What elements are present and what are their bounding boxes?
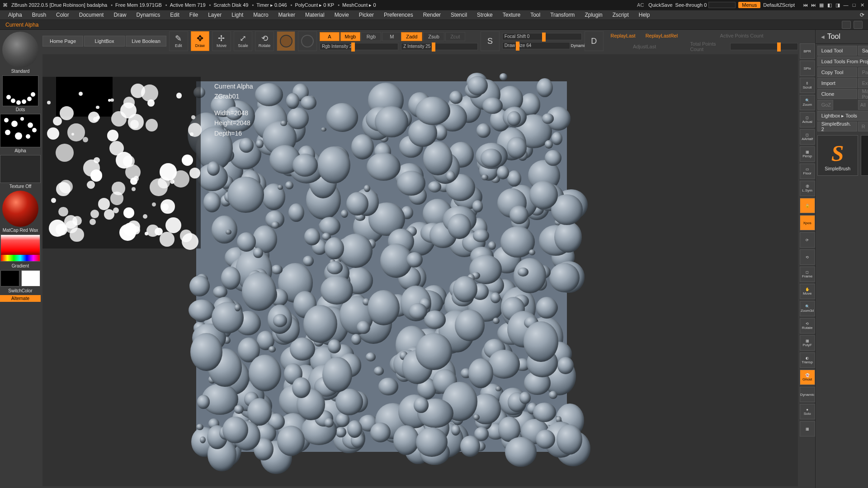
stroke-slot[interactable]: Dots [2,75,38,113]
menu-marker[interactable]: Marker [274,11,300,19]
menu-draw[interactable]: Draw [109,11,131,19]
quicksave-button[interactable]: QuickSave [648,2,672,8]
a-chip[interactable]: A [320,32,340,41]
zadd-chip[interactable]: Zadd [401,32,422,41]
s-icon-button[interactable]: S [481,31,500,51]
zsub-chip[interactable]: Zsub [423,32,444,41]
load-tool-button[interactable]: Load Tool [817,46,857,56]
gyro-b-button[interactable] [298,31,317,51]
adjust-last-button[interactable]: AdjustLast [606,42,683,51]
extra-button[interactable]: ▦ [800,421,815,436]
spix-button[interactable]: SPix [800,61,815,76]
tool-thumb-simplebrush[interactable]: S SimpleBrush [817,135,858,176]
seethrough-slider[interactable]: See-through 0 [675,2,736,8]
menu-help[interactable]: Help [634,11,655,19]
live-boolean-button[interactable]: Live Boolean [126,36,166,47]
copy-tool-button[interactable]: Copy Tool [817,67,857,77]
layout-icon[interactable]: ◧ [826,2,833,8]
lightbox-tools-button[interactable]: Lightbox ▸ Tools [817,111,868,121]
menu-stencil[interactable]: Stencil [446,11,472,19]
tool-thumb-simplebrush2[interactable]: Cylinder3D S SimpleBrush [861,135,868,176]
xpos-button[interactable]: Xpos [800,215,815,230]
menu-movie[interactable]: Movie [330,11,354,19]
home-page-button[interactable]: Home Page [42,36,83,47]
status-btn-a[interactable] [842,21,851,29]
rotate-view-button[interactable]: ⟲Rotate [800,318,815,333]
draw-mode-button[interactable]: ✥Draw [191,31,210,51]
menu-brush[interactable]: Brush [28,11,51,19]
maximize-icon[interactable]: □ [851,2,857,8]
menus-button[interactable]: Menus [738,2,760,8]
transp-button[interactable]: ◐Transp [800,352,815,368]
d-icon-button[interactable]: D [585,31,604,51]
mrgb-chip[interactable]: Mrgb [340,32,360,41]
make-polymesh-button[interactable]: Make PolyMesh3D [858,89,868,99]
tool-name-field[interactable]: SimpleBrush. 2 [817,122,857,131]
aahalf-button[interactable]: ◻AAHalf [800,129,815,145]
rgb-chip[interactable]: Rgb [361,32,381,41]
next-icon[interactable]: ⏭ [810,2,816,8]
grid-icon[interactable]: ▦ [818,2,825,8]
menu-layer[interactable]: Layer [203,11,226,19]
floor-button[interactable]: ▭Floor [800,164,815,179]
rgb-intensity-slider[interactable]: Rgb Intensity 25 [320,43,398,50]
menu-picker[interactable]: Picker [354,11,378,19]
canvas[interactable]: Current Alpha ZGrab01 Width=2048 Height=… [42,54,798,486]
menu-file[interactable]: File [185,11,203,19]
tool-panel-header[interactable]: Tool [816,30,868,44]
zcut-chip[interactable]: Zcut [445,32,465,41]
menu-macro[interactable]: Macro [249,11,273,19]
ghost-button[interactable]: 👻Ghost [800,370,815,385]
menu-tool[interactable]: Tool [526,11,545,19]
menu-light[interactable]: Light [227,11,248,19]
refresh-icon[interactable]: ⟳ [860,12,864,18]
menu-document[interactable]: Document [75,11,108,19]
status-btn-b[interactable] [854,21,863,29]
save-as-button[interactable]: Save As [858,46,868,56]
bpr-button[interactable]: BPR [800,43,815,59]
gradient-label[interactable]: Gradient [11,263,30,269]
goz-button[interactable]: GoZ [817,100,833,110]
rt-button-a[interactable]: ⟳ [800,232,815,248]
swatch-black[interactable] [0,270,19,286]
frame-button[interactable]: ◻Frame [800,267,815,282]
lock-button[interactable]: 🔒 [800,198,815,213]
prev-icon[interactable]: ⏮ [802,2,808,8]
r2-button[interactable]: R [858,122,868,131]
export-button[interactable]: Export [858,78,868,88]
swatch-white[interactable] [21,270,40,286]
replay-last-button[interactable]: ReplayLast [606,31,640,40]
rt-button-b[interactable]: ⟲ [800,249,815,265]
menu-color[interactable]: Color [52,11,74,19]
m-chip[interactable]: M [382,32,402,41]
menu-transform[interactable]: Transform [546,11,579,19]
texture-slot[interactable]: Texture Off [0,155,41,190]
default-zscript[interactable]: DefaultZScript [763,2,795,8]
scale-mode-button[interactable]: ⤢Scale [234,31,253,51]
alternate-button[interactable]: Alternate [0,295,41,302]
zoom3d-button[interactable]: 🔍Zoom3d [800,301,815,316]
swatch-pair[interactable] [0,270,40,286]
close-icon[interactable]: ✕ [859,2,865,8]
solo-button[interactable]: ●Solo [800,404,815,419]
menu-zplugin[interactable]: Zplugin [580,11,607,19]
minimize-icon[interactable]: — [843,2,849,8]
menu-alpha[interactable]: Alpha [4,11,27,19]
gyro-a-button[interactable] [277,31,296,51]
color-picker[interactable] [0,235,40,262]
points-slider[interactable] [730,43,798,50]
draw-size-slider[interactable]: Draw Size 64 [502,42,570,49]
menu-dynamics[interactable]: Dynamics [132,11,165,19]
menu-texture[interactable]: Texture [498,11,525,19]
import-button[interactable]: Import [817,78,857,88]
lsym-button[interactable]: ⦿L.Sym [800,181,815,196]
switchcolor-button[interactable]: SwitchColor [7,287,33,294]
replay-last-rel-button[interactable]: ReplayLastRel [641,31,683,40]
dynamic-button[interactable]: Dynamic [800,387,815,402]
rotate-mode-button[interactable]: ⟲Rotate [255,31,274,51]
focal-shift-slider[interactable]: Focal Shift 0 [502,33,582,40]
alpha-slot[interactable]: Alpha [0,114,41,154]
material-slot[interactable]: MatCap Red Wax [2,191,39,234]
polyf-button[interactable]: ▦PolyF [800,335,815,351]
menu-stroke[interactable]: Stroke [472,11,497,19]
